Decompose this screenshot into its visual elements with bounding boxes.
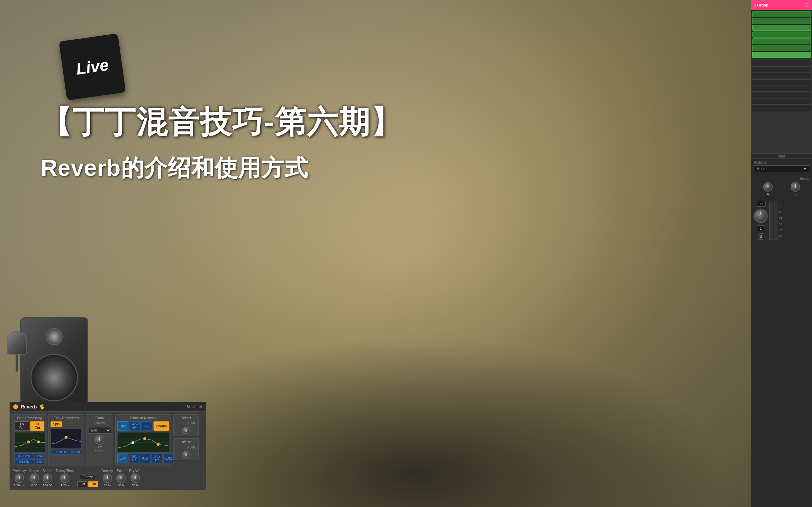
track-number-display: 1 <box>757 225 765 231</box>
input-values2: 0.13 Hz 6.04 <box>15 459 44 464</box>
clip-slot-4[interactable] <box>752 31 811 38</box>
reverb-close-icon[interactable]: ✕ <box>199 404 202 409</box>
volume-value[interactable]: -Inf <box>756 201 766 207</box>
size-value: 100.00 <box>95 449 104 453</box>
speaker <box>20 317 88 412</box>
track-clips <box>751 10 812 59</box>
svg-point-9 <box>143 437 146 440</box>
track-header: 1 Group <box>751 0 812 10</box>
scroll-slot-4 <box>752 79 811 85</box>
hi-cut-button[interactable]: Hi Cut <box>30 421 44 431</box>
reverb-expand-icon[interactable]: ⤢ <box>193 404 196 409</box>
cut-button[interactable]: Cut <box>88 481 98 487</box>
clip-slot-2[interactable] <box>752 18 811 24</box>
reverb-body: Input Processing Lo Cut Hi Cut 3.95 kHz … <box>10 411 206 469</box>
density-knob[interactable] <box>103 473 112 483</box>
audio-to-label: Audio To <box>754 161 809 164</box>
input-val2[interactable]: 6.04 <box>35 459 44 464</box>
stereo-knob[interactable] <box>43 473 52 483</box>
predelay-value: 2.50 ms <box>14 484 25 487</box>
diffusion-label: Diffusion Network <box>117 416 169 420</box>
diff-val[interactable]: 0.70 <box>142 421 152 431</box>
scale-knob[interactable] <box>116 473 126 483</box>
low-button[interactable]: Low <box>117 453 128 463</box>
reverb-cycle-icon[interactable]: ↻ <box>187 404 190 409</box>
diff-freq3[interactable]: 0.02 Hz <box>152 453 162 463</box>
diff-freq2-val[interactable]: 341 Hz <box>129 453 139 463</box>
clip-slot-1[interactable] <box>752 11 811 17</box>
decay-value: 1.20 s <box>61 484 69 487</box>
clip-slot-3[interactable] <box>752 25 811 31</box>
input-freq1[interactable]: 3.95 kHz <box>15 453 34 458</box>
clip-slot-active[interactable] <box>752 52 811 58</box>
sidebar-scroll-area[interactable] <box>751 59 812 154</box>
dry-wet-knob[interactable] <box>130 473 140 483</box>
send-b-knob[interactable] <box>791 182 800 192</box>
decay-knob[interactable] <box>60 473 69 483</box>
send-a-knob[interactable] <box>763 182 773 192</box>
input-eq-curve <box>15 432 45 452</box>
shape-label: Shape <box>29 469 39 473</box>
clip-slot-5[interactable] <box>752 38 811 44</box>
shape-knob[interactable] <box>29 473 39 483</box>
stereo-group: Stereo 100.00 <box>42 469 52 487</box>
svg-point-6 <box>65 436 67 439</box>
clip-slot-6[interactable] <box>752 45 811 51</box>
shape-value: 0.50 <box>31 484 37 487</box>
vu-labels: 0 12 24 36 48 60 <box>779 203 782 240</box>
quality-dropdown[interactable]: Eco <box>88 427 111 434</box>
vu-bar-left <box>769 203 773 240</box>
audio-to-dropdown[interactable]: Master ▼ <box>754 165 809 172</box>
reflect-value: 0.0 dB <box>175 421 197 425</box>
reverb-panel: Reverb 🖐 ↻ ⤢ ✕ Input Processing Lo Cut H… <box>9 402 206 490</box>
quality-label: Quality <box>88 421 111 425</box>
input-processing-buttons: Lo Cut Hi Cut <box>15 421 44 431</box>
scroll-indicator <box>751 154 812 159</box>
diff-val3[interactable]: 0.02 <box>163 453 174 463</box>
reflect-knob[interactable] <box>182 427 190 434</box>
svg-point-4 <box>37 441 40 443</box>
chorus-button[interactable]: Chorus <box>154 421 169 431</box>
diffuse-knob[interactable] <box>182 451 190 458</box>
reverb-hand-icon: 🖐 <box>39 404 45 409</box>
freeze-group: Freeze Flat Cut <box>77 474 98 487</box>
size-label: Size <box>97 445 103 449</box>
input-val1[interactable]: 4.93 <box>35 453 44 458</box>
predelay-knob[interactable] <box>15 473 24 483</box>
freeze-button[interactable]: Freeze <box>80 474 95 480</box>
svg-point-3 <box>27 441 30 443</box>
volume-knob[interactable] <box>754 209 768 223</box>
ableton-sidebar: 1 Group Audio To Master ▼ <box>751 0 812 507</box>
live-logo: Live <box>59 34 126 101</box>
flat-button[interactable]: Flat <box>77 481 88 487</box>
send-b-label: B <box>794 192 797 196</box>
decay-group: Decay Time 1.20 s <box>56 469 74 487</box>
early-val[interactable]: 6.04 <box>73 450 82 455</box>
input-freq2[interactable]: 0.13 Hz <box>15 459 34 464</box>
scroll-slot-6 <box>752 92 811 98</box>
dry-wet-value: 55 % <box>132 484 139 487</box>
send-a-label: A <box>767 192 769 196</box>
high-button[interactable]: High <box>117 421 129 431</box>
shape-group: Shape 0.50 <box>29 469 39 487</box>
vu-label-12: 12 <box>779 210 782 214</box>
send-b-group: B <box>791 182 800 196</box>
lo-cut-button[interactable]: Lo Cut <box>15 421 29 431</box>
density-group: Density 60 % <box>102 469 113 487</box>
diff-val2[interactable]: 0.37 <box>140 453 150 463</box>
vu-label-48: 48 <box>779 229 782 232</box>
early-freq[interactable]: 0.13 Hz <box>50 450 72 455</box>
svg-point-10 <box>157 443 160 446</box>
vu-meter: 0 12 24 36 48 60 <box>769 201 782 241</box>
dry-wet-group: Dry/Wet 55 % <box>129 469 141 487</box>
spin-button[interactable]: Spin <box>50 421 62 427</box>
diffuse-value: 0.0 dB <box>175 445 197 449</box>
solo-button[interactable]: S <box>758 233 764 240</box>
reverb-bottom-controls: Predelay 2.50 ms Shape 0.50 Stereo 100.0… <box>10 469 206 490</box>
size-knob[interactable] <box>95 435 104 445</box>
reverb-power-dot[interactable] <box>13 404 18 409</box>
scroll-slot-3 <box>752 73 811 79</box>
vu-bar-right <box>774 203 778 240</box>
vu-label-24: 24 <box>779 216 782 220</box>
diff-freq-val[interactable]: 4.50 kHz <box>130 421 141 431</box>
